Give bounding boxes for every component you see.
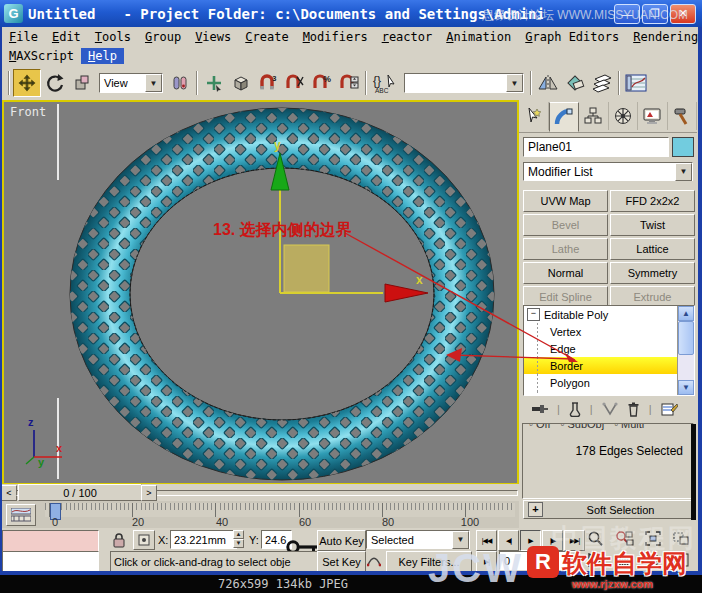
mirror-button[interactable] [535,70,561,96]
named-selection-dropdown[interactable]: ▼ [404,73,524,93]
radio-multi[interactable]: ◦ Multi [614,423,644,430]
menu-edit[interactable]: Edit [45,29,88,45]
modifier-button-lathe[interactable]: Lathe [523,238,608,260]
mini-curve-editor-button[interactable] [6,504,36,526]
window-title: Untitled [28,6,95,22]
modifier-button-symmetry[interactable]: Symmetry [610,262,695,284]
x-coord-spinner[interactable]: ▲▼ [233,530,244,546]
menu-tools[interactable]: Tools [88,29,138,45]
edit-named-selections-button[interactable]: {}ABC [370,70,400,96]
select-and-manipulate-button[interactable] [201,70,227,96]
x-coord-label: X: [158,534,168,546]
use-pivot-point-button[interactable] [167,70,193,96]
stack-item-element[interactable]: Element [524,391,694,396]
x-coord-field[interactable]: 23.221mm [170,530,237,549]
site-name-watermark: 软件自学网 [562,547,687,580]
menu-help[interactable]: Help [81,48,124,64]
menu-views[interactable]: Views [188,29,238,45]
stack-item-border[interactable]: Border [524,357,694,374]
modifier-list-dropdown[interactable]: Modifier List ▼ [523,162,693,181]
select-and-move-button[interactable] [13,69,41,97]
curve-editor-button[interactable] [623,70,649,96]
modifier-button-set: UVW Map FFD 2x2x2 Bevel Twist Lathe Latt… [523,190,693,308]
tab-utilities[interactable] [668,102,698,130]
layer-manager-button[interactable] [589,70,615,96]
scroll-down-icon[interactable]: ▼ [678,380,694,395]
soft-selection-rollout[interactable]: + Soft Selection [523,500,693,519]
absolute-mode-toggle[interactable] [133,530,155,550]
default-in-out-tangent-button[interactable] [366,551,382,570]
stack-item-editable-poly[interactable]: − Editable Poly [524,306,694,323]
configure-modifier-sets-icon[interactable] [661,402,678,417]
chevron-down-icon[interactable]: ▼ [675,163,692,181]
menu-rendering[interactable]: Rendering [626,29,702,45]
move-gizmo[interactable]: y x [4,102,517,483]
slider-right-arrow[interactable]: > [141,485,157,501]
percent-snap-button[interactable]: % [309,70,335,96]
maxscript-mini-listener-pink[interactable] [2,530,99,552]
chevron-down-icon[interactable]: ▼ [506,74,523,92]
absolute-mode-icon [138,534,150,546]
expand-icon[interactable]: + [528,502,543,517]
track-bar[interactable]: 0 20 40 60 80 100 [0,501,519,528]
select-and-scale-button[interactable] [69,70,95,96]
maxscript-mini-listener-white[interactable] [2,551,99,572]
reference-coordinate-dropdown[interactable]: View ▼ [99,73,163,93]
radio-subobj[interactable]: ◦ SubObj [560,423,604,430]
titlebar-watermark: 思缘设计论坛 WWW.MISSYUAN.COM [482,7,688,24]
set-key-button[interactable]: Set Key [317,551,366,572]
align-button[interactable] [562,70,588,96]
tab-create[interactable] [519,102,549,130]
time-slider-handle[interactable]: 0 / 100 [18,484,142,501]
modifier-button-twist[interactable]: Twist [610,214,695,236]
object-color-swatch[interactable] [672,137,694,157]
command-panel-tabs [519,102,697,133]
scroll-up-icon[interactable]: ▲ [678,306,694,321]
site-logo-icon: R [527,546,559,578]
make-unique-icon[interactable] [602,402,618,416]
tab-hierarchy[interactable] [579,102,609,130]
remove-modifier-icon[interactable] [627,402,640,417]
stack-item-polygon[interactable]: Polygon [524,374,694,391]
menu-create[interactable]: Create [238,29,295,45]
menu-group[interactable]: Group [138,29,188,45]
angle-snap-button[interactable] [282,70,308,96]
menu-maxscript[interactable]: MAXScript [2,48,81,64]
modifier-button-lattice[interactable]: Lattice [610,238,695,260]
menu-graph-editors[interactable]: Graph Editors [518,29,626,45]
stack-scrollbar[interactable]: ▲ ▼ [677,306,694,395]
pin-stack-icon[interactable] [531,402,548,416]
radio-off[interactable]: ◦ Off [529,423,550,430]
scroll-thumb[interactable] [678,321,694,355]
keyboard-override-button[interactable] [228,70,254,96]
slider-left-arrow[interactable]: < [1,485,17,501]
snap-toggle-3d-button[interactable]: 3 [255,70,281,96]
menu-modifiers[interactable]: Modifiers [296,29,375,45]
chevron-down-icon[interactable]: ▼ [145,74,162,92]
track-bar-ruler[interactable] [45,503,515,517]
tab-motion[interactable] [609,102,639,130]
viewport-front[interactable]: Front y x z x y [2,100,519,485]
scale-icon [73,74,91,92]
show-end-result-icon[interactable] [569,402,581,417]
menu-reactor[interactable]: reactor [375,29,440,45]
object-name-field[interactable]: Plane01 [523,137,669,157]
modifier-button-uvw-map[interactable]: UVW Map [523,190,608,212]
mirror-icon [538,74,558,92]
tab-modify[interactable] [549,102,580,132]
auto-key-button[interactable]: Auto Key [317,530,366,551]
selection-lock-icon[interactable] [112,532,126,548]
select-and-rotate-button[interactable] [42,70,68,96]
menu-animation[interactable]: Animation [439,29,518,45]
modifier-button-bevel[interactable]: Bevel [523,214,608,236]
stack-item-vertex[interactable]: Vertex [524,323,694,340]
collapse-icon[interactable]: − [527,308,540,321]
panel-scroll-strip[interactable] [691,424,696,520]
pivot-icon [171,74,189,92]
stack-item-edge[interactable]: Edge [524,340,694,357]
menu-file[interactable]: File [2,29,45,45]
spinner-snap-button[interactable] [336,70,362,96]
tab-display[interactable] [638,102,668,130]
modifier-button-normal[interactable]: Normal [523,262,608,284]
modifier-button-ffd-2x2x2[interactable]: FFD 2x2x2 [610,190,695,212]
